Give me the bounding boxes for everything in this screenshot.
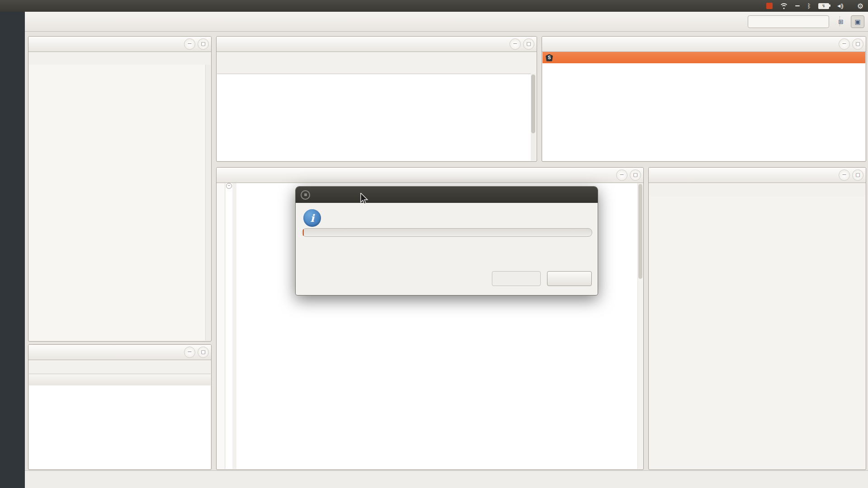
variables-tabrow: ─▢ bbox=[28, 345, 211, 360]
progress-dialog: i bbox=[295, 186, 598, 296]
editor-tabrow: ─▢ bbox=[217, 168, 643, 183]
maximize-button[interactable]: ▢ bbox=[852, 38, 863, 50]
dialog-titlebar[interactable] bbox=[296, 187, 598, 203]
terminal-panel: ─▢ bbox=[648, 167, 866, 470]
ubuntu-launcher bbox=[0, 12, 25, 488]
perspective-switcher: ⊞ ▣ bbox=[835, 15, 864, 28]
bluetooth-icon[interactable]: ᛒ bbox=[807, 3, 811, 9]
cancel-button[interactable] bbox=[547, 271, 592, 286]
variables-toolbar bbox=[28, 360, 211, 373]
project-tree-scrollbar[interactable] bbox=[205, 65, 211, 341]
editor-folding-ruler[interactable]: − bbox=[226, 183, 232, 469]
debug-tree-body[interactable] bbox=[542, 63, 865, 161]
mouse-cursor bbox=[359, 193, 369, 205]
quick-access-input[interactable] bbox=[748, 15, 829, 28]
main-toolbar: ⊞ ▣ bbox=[25, 12, 868, 32]
terminal-tabrow: ─▢ bbox=[649, 168, 866, 183]
terminal-toolbar bbox=[649, 183, 866, 196]
sifive-icon: S bbox=[546, 54, 553, 61]
editor-scrollbar[interactable] bbox=[637, 183, 643, 469]
debug-panel: ─▢ S bbox=[542, 36, 866, 162]
debug-launch-item[interactable]: S bbox=[542, 52, 865, 63]
debug-tabrow: ─▢ bbox=[542, 37, 866, 52]
details-button[interactable] bbox=[492, 271, 541, 286]
fold-collapse-icon[interactable]: − bbox=[226, 183, 232, 189]
variables-table-body[interactable] bbox=[29, 385, 211, 469]
variables-panel: ─▢ bbox=[28, 344, 212, 470]
debug-perspective-button[interactable]: ▣ bbox=[851, 15, 864, 28]
progress-bar bbox=[302, 228, 592, 237]
project-tree bbox=[29, 65, 206, 341]
volume-icon[interactable]: ◄)) bbox=[836, 3, 843, 9]
minimize-button[interactable]: ─ bbox=[839, 169, 850, 181]
window-titlebar[interactable]: ᛒ ↯ ◄)) ⚙ bbox=[0, 0, 868, 12]
keyboard-layout-indicator[interactable] bbox=[795, 5, 800, 6]
minimize-button[interactable]: ─ bbox=[184, 38, 195, 50]
maximize-button[interactable]: ▢ bbox=[523, 38, 534, 50]
status-bar bbox=[25, 470, 868, 488]
console-tabrow: ─▢ bbox=[217, 37, 537, 52]
wifi-icon[interactable] bbox=[780, 3, 788, 9]
project-explorer-panel: ─▢ bbox=[28, 36, 212, 342]
info-icon: i bbox=[303, 209, 321, 227]
battery-icon[interactable]: ↯ bbox=[818, 3, 829, 9]
dialog-window-icon bbox=[301, 190, 310, 200]
project-explorer-toolbar bbox=[28, 52, 211, 65]
desktop: ᛒ ↯ ◄)) ⚙ ⊞ ▣ ─▢ ─▢ bbox=[0, 0, 868, 488]
maximize-button[interactable]: ▢ bbox=[198, 347, 209, 358]
editor-annotation-ruler[interactable] bbox=[217, 183, 225, 469]
minimize-button[interactable]: ─ bbox=[839, 38, 850, 50]
minimize-button[interactable]: ─ bbox=[184, 347, 195, 358]
maximize-button[interactable]: ▢ bbox=[852, 169, 863, 181]
minimize-button[interactable]: ─ bbox=[509, 38, 521, 50]
console-output[interactable] bbox=[217, 74, 531, 161]
terminal-body[interactable] bbox=[649, 196, 865, 469]
project-explorer-tabrow: ─▢ bbox=[28, 37, 211, 52]
open-perspective-button[interactable]: ⊞ bbox=[835, 16, 847, 28]
recording-indicator-icon bbox=[766, 3, 773, 9]
system-tray: ᛒ ↯ ◄)) ⚙ bbox=[766, 0, 863, 12]
console-scrollbar[interactable] bbox=[531, 74, 536, 160]
console-toolbar bbox=[217, 52, 537, 65]
maximize-button[interactable]: ▢ bbox=[630, 169, 641, 181]
progress-bar-fill bbox=[303, 229, 304, 236]
variables-column-headers bbox=[29, 374, 211, 386]
console-panel: ─▢ bbox=[216, 36, 537, 162]
minimize-button[interactable]: ─ bbox=[616, 169, 627, 181]
maximize-button[interactable]: ▢ bbox=[198, 38, 209, 50]
session-menu-icon[interactable]: ⚙ bbox=[857, 2, 863, 10]
